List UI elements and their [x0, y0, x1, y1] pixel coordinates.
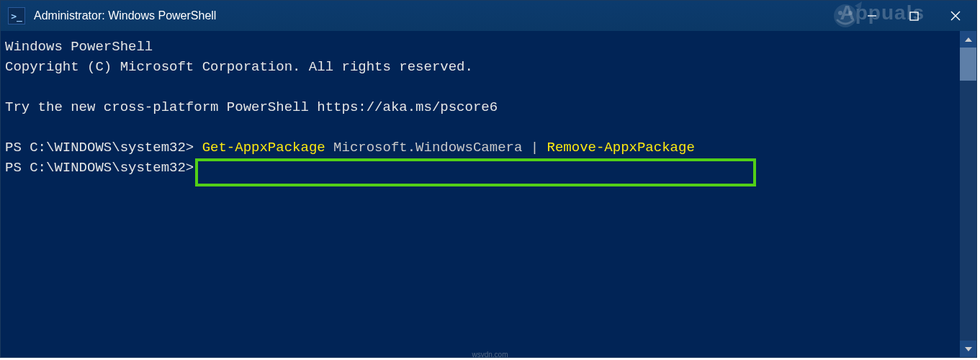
cmd-pipe: | [531, 140, 539, 156]
window-controls [851, 1, 976, 31]
close-icon [950, 11, 961, 21]
scroll-track[interactable] [960, 81, 976, 341]
titlebar[interactable]: >_ Administrator: Windows PowerShell [1, 1, 976, 31]
cmdlet-remove: Remove-AppxPackage [547, 140, 695, 156]
prompt-1: PS C:\WINDOWS\system32> [5, 140, 194, 156]
cmd-argument: Microsoft.WindowsCamera [325, 140, 531, 156]
client-area: Windows PowerShell Copyright (C) Microso… [1, 31, 976, 357]
chevron-down-icon [965, 347, 972, 351]
banner-line-2: Copyright (C) Microsoft Corporation. All… [5, 59, 473, 75]
scroll-up-button[interactable] [960, 31, 976, 48]
prompt-2: PS C:\WINDOWS\system32> [5, 160, 194, 176]
powershell-window: >_ Administrator: Windows PowerShell Win… [0, 0, 977, 358]
banner-line-3: Try the new cross-platform PowerShell ht… [5, 99, 498, 115]
svg-rect-1 [910, 12, 918, 20]
banner-line-1: Windows PowerShell [5, 39, 153, 55]
terminal-output[interactable]: Windows PowerShell Copyright (C) Microso… [1, 31, 960, 357]
scroll-thumb[interactable] [960, 48, 976, 81]
vertical-scrollbar[interactable] [960, 31, 976, 357]
maximize-button[interactable] [893, 1, 935, 31]
powershell-icon-glyph: >_ [11, 12, 22, 21]
source-watermark: wsvdn.com [472, 351, 508, 359]
close-button[interactable] [935, 1, 976, 31]
minimize-icon [867, 11, 877, 21]
cmdlet-get: Get-AppxPackage [202, 140, 325, 156]
chevron-up-icon [965, 37, 972, 42]
minimize-button[interactable] [851, 1, 893, 31]
command-highlight-box [195, 158, 756, 186]
window-title: Administrator: Windows PowerShell [34, 9, 851, 22]
maximize-icon [909, 12, 919, 21]
scroll-down-button[interactable] [960, 341, 976, 357]
powershell-icon: >_ [8, 7, 25, 24]
